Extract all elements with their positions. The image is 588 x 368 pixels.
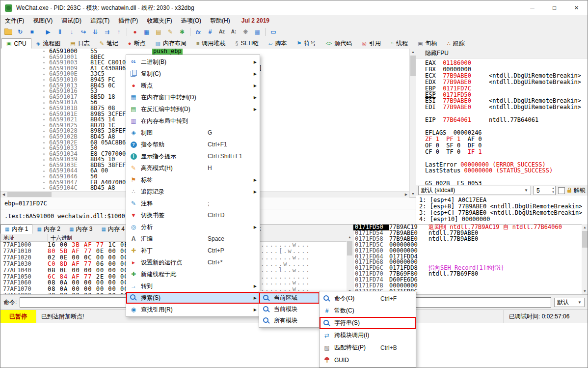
menubar-item-file[interactable]: 文件(F) [0,15,28,26]
command-script-select[interactable]: 默认 ▼ [554,298,585,307]
menu-item-command[interactable]: 命令(O)Ctrl+F [320,292,416,305]
notes-button[interactable]: ✎ [164,27,176,37]
disassembly-vscrollbar[interactable]: ▲ ▼ [409,49,416,197]
stack-row[interactable]: 0171FD74D60FE6D6 [353,277,582,283]
stack-row[interactable]: 0171FD5C00000000 [353,242,582,248]
tab-script[interactable]: ▱脚本 [264,38,292,49]
menubar-item-favourites[interactable]: 收藏夹(F) [142,15,176,26]
tab-handles[interactable]: ▣句柄 [413,38,442,49]
register-lines[interactable]: EAX 01186000EBX 00000000ECX 77B9ABE0 <nt… [416,58,588,187]
tab-seh[interactable]: §SEH链 [230,38,264,49]
trace-over-button[interactable]: ⇉ [101,27,113,37]
menu-item-copy[interactable]: 复制(C)▶ [126,68,260,80]
menubar-item-plugins[interactable]: 插件(P) [114,15,142,26]
menubar-item-trace[interactable]: 追踪(T) [86,15,114,26]
open-button[interactable] [2,27,14,37]
menubar-item-options[interactable]: 选项(O) [177,15,206,26]
scroll-up-icon[interactable]: ▲ [410,49,416,55]
menu-item-search[interactable]: 搜索(S)▶ [126,292,260,304]
script-button[interactable]: ✱ [176,27,188,37]
tab-symbols[interactable]: ⚑符号 [292,38,321,49]
calculator-button[interactable]: ▦ [251,27,263,37]
tab-source[interactable]: <>源代码 [321,38,357,49]
scrollbar-thumb[interactable] [582,231,588,248]
pause-button[interactable]: ‖ [54,27,66,37]
scroll-down-icon[interactable]: ▼ [582,288,588,294]
run-button[interactable]: ▶ [42,27,54,37]
memory-vscrollbar[interactable]: ▲ ▼ [347,234,353,294]
tab-notes[interactable]: ✎笔记 [95,38,123,49]
number-button[interactable]: # [204,27,216,37]
calling-convention-select[interactable]: 默认 (stdcall) ▼ [418,186,531,195]
stack-arguments[interactable]: 1: [esp+4] A0C17EEA2: [esp+8] 77B9ABE0 <… [416,196,588,224]
stack-pane[interactable]: 0171FD5077B9AC19返回到 ntdll.77B9AC19 自 ntd… [353,224,582,294]
breakpoints-button[interactable]: ● [129,27,141,37]
menu-item-comment[interactable]: ✎注释; [126,198,260,209]
menu-item-set-new-origin[interactable]: ▸设置新的运行点Ctrl+* [126,256,260,268]
stack-row[interactable]: 0171FD5877B9ABE0ntdll.77B9ABE0 [353,236,582,242]
stack-row[interactable]: 0171FD640171FDD4 [353,254,582,260]
trace-into-button[interactable]: ⇊ [89,27,101,37]
menu-item-toggle-bookmark[interactable]: ▼切换书签Ctrl+D [126,209,260,221]
stack-row[interactable]: 0171FD7077B69F80ntdll.77B69F80 [353,271,582,277]
tab-call-stack[interactable]: ≡调用堆栈 [191,38,230,49]
close-button[interactable]: ✕ [565,0,588,15]
unlock-checkbox[interactable] [558,187,565,194]
menu-item-all-modules[interactable]: 所有模块▶ [259,315,320,326]
minimize-button[interactable]: ─ [521,0,543,15]
memory-map-button[interactable]: ▦ [141,27,153,37]
tab-dump1[interactable]: ▦内存 1 [0,225,32,234]
close-debuggee-button[interactable]: ■ [26,27,38,37]
menu-item-goto[interactable]: →转到▶ [126,280,260,292]
fx-button[interactable]: fx [192,27,204,37]
menu-item-goto-memory-map[interactable]: ▥在内存布局中转到 [126,115,260,127]
aa-button[interactable]: A: [228,27,240,37]
log-button[interactable]: ▤ [153,27,164,37]
tab-dump4[interactable]: ▦内存 4 [97,225,129,234]
step-into-button[interactable]: ↓ [66,27,78,37]
tab-log[interactable]: ▤日志 [65,38,94,49]
tab-trace[interactable]: ∴跟踪 [442,38,469,49]
menu-item-pattern[interactable]: ▧匹配特征(P)Ctrl+B [320,341,416,354]
menu-item-analysis[interactable]: ◎分析▶ [126,221,260,233]
monitor-button[interactable]: ▭ [267,27,279,37]
menu-item-breakpoint[interactable]: ●断点▶ [126,80,260,91]
tab-references[interactable]: ◎引用 [357,38,386,49]
scrollbar-thumb[interactable] [410,56,416,76]
menubar-item-debug[interactable]: 调试(D) [57,15,86,26]
tab-threads[interactable]: ≈线程 [386,38,413,49]
step-over-button[interactable]: ↪ [78,27,89,37]
menu-item-current-region[interactable]: 当前区域▶ [259,292,320,304]
scroll-up-icon[interactable]: ▲ [582,224,588,230]
scrollbar-thumb[interactable] [347,241,352,255]
menu-item-label[interactable]: ⚑标签▶ [126,174,260,186]
scroll-right-icon[interactable]: ▶ [403,192,409,198]
menu-item-intermodular-calls[interactable]: ⇄跨模块调用(I) [320,329,416,341]
tab-cpu[interactable]: ▣CPU [1,38,31,49]
menu-item-guid[interactable]: GUID [320,354,416,366]
scroll-down-icon[interactable]: ▼ [410,191,416,197]
menu-item-new-thread-here[interactable]: ✚新建线程于此 [126,268,260,280]
menu-item-constant[interactable]: #常数(C) [320,305,416,317]
stack-row[interactable]: 0171FD6000000000 [353,248,582,254]
settings-button[interactable]: ❋ [240,27,251,37]
tab-dump3[interactable]: ▦内存 3 [65,225,97,234]
menu-item-graph[interactable]: ◈制图G [126,127,260,139]
maximize-button[interactable]: □ [543,0,565,15]
menu-item-patch[interactable]: ✚补丁Ctrl+P [126,245,260,256]
scroll-up-icon[interactable]: ▲ [347,234,353,240]
menu-item-show-mnemonic-brief[interactable]: i显示指令提示Ctrl+Shift+F1 [126,150,260,162]
tab-dump2[interactable]: ▦内存 2 [32,225,64,234]
az-button[interactable]: Az [216,27,228,37]
argument-count-spinner[interactable]: 5 ▲▼ [534,186,556,195]
menubar-item-help[interactable]: 帮助(H) [206,15,235,26]
scrollbar-thumb[interactable] [7,192,52,197]
menu-item-current-module[interactable]: 当前模块▶ [259,304,320,315]
tab-breakpoints[interactable]: ●断点 [123,38,151,49]
tab-graph[interactable]: ◈流程图 [31,38,65,49]
menu-item-find-references[interactable]: ◉查找引用(R)▶ [126,304,260,315]
menu-item-string-references[interactable]: 字符串(S) [320,317,416,329]
tab-memory-map[interactable]: ▥内存布局 [151,38,191,49]
hide-fpu-button[interactable]: 隐藏FPU [416,49,588,58]
spinner-arrows-icon[interactable]: ▲▼ [552,186,555,194]
